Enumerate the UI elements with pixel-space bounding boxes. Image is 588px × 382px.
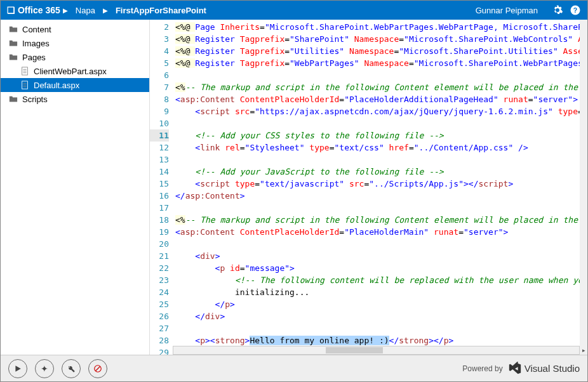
code-line[interactable]	[175, 154, 587, 166]
line-number: 29	[150, 346, 169, 355]
footer-bar: ✦ Powered by Visual Studio	[1, 355, 587, 381]
tree-item-images[interactable]: Images	[1, 36, 149, 50]
office365-logo: ❏ Office 365	[7, 5, 60, 15]
line-number: 20	[150, 238, 169, 250]
code-line[interactable]: <%@ Page Inherits="Microsoft.SharePoint.…	[175, 21, 587, 33]
tree-item-label: Images	[22, 39, 50, 48]
line-number: 14	[150, 166, 169, 178]
file-tree[interactable]: ContentImagesPagesClientWebPart.aspxDefa…	[1, 20, 150, 355]
breadcrumb-app[interactable]: FirstAppForSharePoint	[116, 6, 206, 15]
tree-item-clientwebpart-aspx[interactable]: ClientWebPart.aspx	[1, 64, 149, 78]
tree-item-label: Pages	[22, 53, 46, 62]
run-button[interactable]	[8, 359, 27, 378]
code-line[interactable]: <%-- The markup and script in the follow…	[175, 81, 587, 93]
code-line[interactable]: initializing...	[175, 286, 587, 298]
line-number: 13	[150, 154, 169, 166]
code-line[interactable]: <%@ Register Tagprefix="SharePoint" Name…	[175, 33, 587, 45]
folder-icon	[8, 52, 18, 62]
code-line[interactable]: <!-- The following content will be repla…	[175, 274, 587, 286]
line-number: 6	[150, 69, 169, 81]
line-number: 11	[150, 129, 169, 142]
code-editor[interactable]: 2345678910111213141516171819202122232425…	[150, 20, 587, 355]
code-line[interactable]	[175, 117, 587, 129]
line-number: 15	[150, 178, 169, 190]
delete-button[interactable]	[88, 359, 107, 378]
help-icon[interactable]: ?	[570, 4, 581, 16]
code-line[interactable]	[175, 238, 587, 250]
horizontal-scrollbar[interactable]	[173, 346, 580, 355]
code-line[interactable]: <%-- The markup and script in the follow…	[175, 214, 587, 226]
code-line[interactable]: <link rel="Stylesheet" type="text/css" h…	[175, 142, 587, 154]
tree-item-label: Content	[22, 25, 51, 34]
code-line[interactable]: <div>	[175, 250, 587, 262]
retract-button[interactable]: ✦	[35, 359, 54, 378]
line-number: 16	[150, 190, 169, 202]
code-line[interactable]	[175, 69, 587, 81]
line-number: 12	[150, 142, 169, 154]
line-number: 24	[150, 286, 169, 298]
folder-icon	[8, 24, 18, 34]
code-line[interactable]: <%@ Register Tagprefix="Utilities" Names…	[175, 45, 587, 57]
line-number: 3	[150, 33, 169, 45]
tree-item-label: Scripts	[22, 95, 48, 104]
folder-icon	[8, 94, 18, 104]
code-line[interactable]: <asp:Content ContentPlaceHolderId="Place…	[175, 93, 587, 105]
tree-item-scripts[interactable]: Scripts	[1, 92, 149, 106]
line-number: 28	[150, 334, 169, 346]
svg-text:?: ?	[573, 6, 577, 14]
code-line[interactable]: <p id="message">	[175, 262, 587, 274]
line-number: 2	[150, 21, 169, 33]
code-line[interactable]: <!-- Add your JavaScript to the followin…	[175, 166, 587, 178]
tree-item-content[interactable]: Content	[1, 22, 149, 36]
line-number: 27	[150, 322, 169, 334]
line-number: 19	[150, 226, 169, 238]
code-line[interactable]: </asp:Content>	[175, 190, 587, 202]
user-name[interactable]: Gunnar Peipman	[476, 6, 538, 15]
line-number: 23	[150, 274, 169, 286]
tree-item-label: ClientWebPart.aspx	[34, 67, 107, 76]
vertical-scrollbar[interactable]	[580, 20, 587, 346]
tree-item-default-aspx[interactable]: Default.aspx	[1, 78, 149, 92]
breadcrumb-napa[interactable]: Napa	[76, 6, 95, 15]
line-number: 25	[150, 298, 169, 310]
svg-line-11	[96, 366, 100, 371]
code-line[interactable]	[175, 322, 587, 334]
line-gutter: 2345678910111213141516171819202122232425…	[150, 20, 173, 355]
header-bar: ❏ Office 365 ▶ Napa ▶ FirstAppForSharePo…	[1, 1, 587, 20]
code-line[interactable]: </p>	[175, 298, 587, 310]
code-line[interactable]	[175, 202, 587, 214]
line-number: 7	[150, 81, 169, 93]
code-line[interactable]: <!-- Add your CSS styles to the followin…	[175, 129, 587, 142]
file-icon	[20, 80, 30, 90]
code-line[interactable]: </div>	[175, 310, 587, 322]
tree-item-label: Default.aspx	[34, 81, 79, 90]
line-number: 18	[150, 214, 169, 226]
line-number: 22	[150, 262, 169, 274]
powered-by-label: Powered by	[462, 364, 502, 373]
scroll-arrow-icon[interactable]: ▸	[580, 346, 587, 355]
code-line[interactable]: <%@ Register Tagprefix="WebPartPages" Na…	[175, 57, 587, 69]
code-line[interactable]: <script type="text/javascript" src="../S…	[175, 178, 587, 190]
code-area[interactable]: <%@ Page Inherits="Microsoft.SharePoint.…	[173, 20, 587, 355]
tree-item-pages[interactable]: Pages	[1, 50, 149, 64]
line-number: 9	[150, 105, 169, 117]
gear-icon[interactable]	[552, 4, 563, 16]
line-number: 4	[150, 45, 169, 57]
visual-studio-logo: Visual Studio	[508, 362, 580, 376]
scroll-thumb[interactable]	[326, 347, 383, 353]
line-number: 26	[150, 310, 169, 322]
main-area: ContentImagesPagesClientWebPart.aspxDefa…	[1, 20, 587, 355]
line-number: 17	[150, 202, 169, 214]
file-icon	[20, 66, 30, 76]
breadcrumb-arrow: ▶	[63, 7, 68, 14]
folder-icon	[8, 38, 18, 48]
tools-button[interactable]	[62, 359, 81, 378]
code-line[interactable]: <p><strong>Hello from my online app! :)<…	[175, 334, 587, 346]
code-line[interactable]: <script src="https://ajax.aspnetcdn.com/…	[175, 105, 587, 117]
line-number: 10	[150, 117, 169, 129]
line-number: 5	[150, 57, 169, 69]
code-line[interactable]: <asp:Content ContentPlaceHolderId="Place…	[175, 226, 587, 238]
line-number: 21	[150, 250, 169, 262]
line-number: 8	[150, 93, 169, 105]
breadcrumb-arrow: ▶	[103, 7, 108, 14]
